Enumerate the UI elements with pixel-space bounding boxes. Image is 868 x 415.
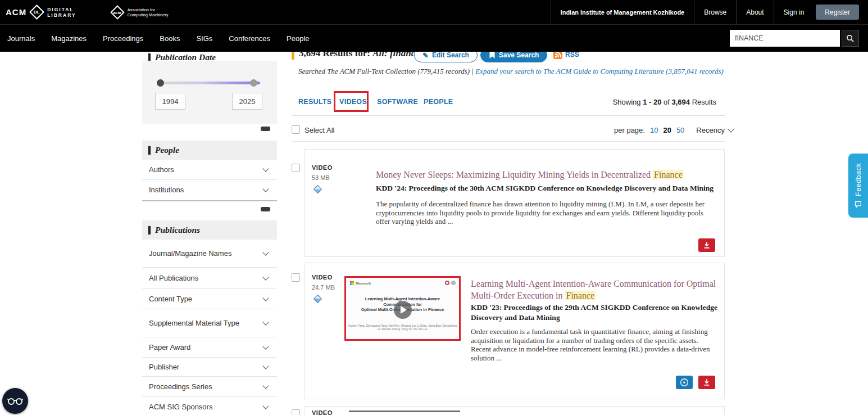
download-icon	[703, 241, 711, 249]
result-venue-link[interactable]: KDD '24: Proceedings of the 30th ACM SIG…	[376, 183, 719, 193]
chevron-down-icon	[728, 126, 734, 132]
supplemental-material-icon	[313, 185, 322, 194]
nav-people[interactable]: People	[287, 34, 309, 43]
select-all-label: Select All	[305, 126, 334, 134]
nav-conferences[interactable]: Conferences	[229, 34, 270, 43]
date-range-slider-track[interactable]	[159, 82, 260, 84]
search-area	[730, 30, 859, 47]
feedback-tab[interactable]: Feedback	[848, 154, 868, 218]
chevron-down-icon	[262, 186, 269, 192]
highlighted-term: Finance	[653, 170, 684, 179]
section-accent-bar	[148, 226, 151, 234]
select-all-checkbox[interactable]	[292, 125, 300, 134]
search-button[interactable]	[842, 30, 859, 47]
supplemental-material-icon	[313, 295, 322, 304]
expand-search-link[interactable]: Expand your search to The ACM Guide to C…	[475, 67, 724, 75]
microsoft-logo-icon	[350, 281, 354, 285]
filter-proceedings-series[interactable]: Proceedings Series	[142, 377, 277, 397]
result-card-2: VIDEO 24.7 MB Microsoft Learning Multi-A…	[304, 263, 725, 399]
header-right: Indian Institute of Management Kozhikode…	[551, 0, 868, 24]
nav-proceedings[interactable]: Proceedings	[103, 34, 143, 43]
play-circle-icon	[680, 378, 689, 387]
main-nav-bar: Journals Magazines Proceedings Books SIG…	[0, 24, 868, 52]
sort-dropdown[interactable]: Recency	[696, 126, 733, 134]
per-page-10[interactable]: 10	[650, 126, 658, 134]
chevron-down-icon	[262, 382, 269, 389]
filter-all-publications[interactable]: All Publications	[142, 268, 277, 289]
result-2-checkbox[interactable]	[292, 273, 300, 282]
result-venue-link[interactable]: KDD '23: Proceedings of the 29th ACM SIG…	[471, 303, 718, 323]
video-thumbnail[interactable]: Microsoft Learning Multi-Agent Intention…	[344, 276, 461, 341]
result-title-link[interactable]: Money Never Sleeps: Maximizing Liquidity…	[376, 169, 735, 181]
result-abstract: Order execution is a fundamental task in…	[471, 327, 712, 362]
slide-authors: Yuchen Fang, Zhenggang Tang, Kan Ren, We…	[347, 324, 458, 331]
filter-publisher[interactable]: Publisher	[142, 358, 277, 377]
association-text: Association forComputing Machinery	[128, 7, 169, 17]
year-min-field[interactable]: 1994	[155, 93, 185, 110]
tab-results[interactable]: RESULTS	[298, 98, 332, 106]
showing-results-text: Showing 1 - 20 of 3,694 Results	[613, 98, 716, 106]
acm-association-logo[interactable]: acm Association forComputing Machinery	[112, 7, 169, 17]
acm-dl-logo[interactable]: ACM DL DIGITALLIBRARY	[0, 7, 76, 18]
video-slide: Microsoft Learning Multi-Agent Intention…	[346, 278, 459, 339]
chevron-down-icon	[262, 363, 269, 369]
searched-collection-line: Searched The ACM Full-Text Collection (7…	[298, 67, 724, 76]
filter-supplemental-material-type[interactable]: Supplemental Material Type	[142, 309, 277, 337]
tab-software[interactable]: SOFTWARE	[377, 98, 418, 106]
sign-in-link[interactable]: Sign in	[774, 0, 814, 24]
filter-authors[interactable]: Authors	[142, 160, 277, 180]
nav-magazines[interactable]: Magazines	[51, 34, 87, 43]
result-1-checkbox[interactable]	[292, 164, 300, 172]
publications-section-title: Publications	[155, 225, 200, 235]
collapse-publication-date-button[interactable]	[261, 127, 270, 131]
top-header-bar: ACM DL DIGITALLIBRARY acm Association fo…	[0, 0, 868, 24]
about-link[interactable]: About	[736, 0, 773, 24]
date-slider-handle-max[interactable]	[250, 79, 257, 87]
nav-sigs[interactable]: SIGs	[196, 34, 212, 43]
tab-people[interactable]: PEOPLE	[424, 98, 453, 106]
filter-institutions[interactable]: Institutions	[142, 180, 277, 201]
publication-date-panel: 1994 2025	[142, 61, 277, 124]
result-3-checkbox[interactable]	[292, 409, 300, 415]
chevron-down-icon	[262, 249, 269, 255]
browse-link[interactable]: Browse	[694, 0, 736, 24]
filter-acm-sig-sponsors[interactable]: ACM SIG Sponsors	[142, 397, 277, 415]
download-button[interactable]	[698, 376, 715, 389]
register-button[interactable]: Register	[816, 4, 859, 20]
nav-books[interactable]: Books	[160, 34, 180, 43]
accessibility-widget-button[interactable]	[2, 388, 28, 414]
year-max-field[interactable]: 2025	[232, 93, 262, 110]
institution-name: Indian Institute of Management Kozhikode	[551, 0, 694, 24]
chevron-down-icon	[262, 165, 269, 172]
divider	[292, 115, 725, 116]
per-page-20[interactable]: 20	[663, 126, 671, 134]
publications-section-header: Publications	[142, 220, 277, 240]
file-size: 53 MB	[312, 174, 330, 181]
search-input[interactable]	[730, 30, 840, 47]
play-video-button[interactable]	[676, 376, 693, 389]
date-slider-handle-min[interactable]	[157, 79, 164, 87]
filter-paper-award[interactable]: Paper Award	[142, 337, 277, 358]
download-button[interactable]	[698, 238, 715, 252]
collapse-people-button[interactable]	[261, 207, 270, 211]
pencil-icon: ✎	[422, 51, 429, 60]
tab-videos[interactable]: VIDEOS	[339, 98, 367, 106]
per-page-controls: per page: 10 20 50 Recency	[614, 126, 733, 134]
people-filter-section: People Authors Institutions	[142, 141, 277, 201]
chevron-down-icon	[262, 343, 269, 349]
content-type-badge: VIDEO	[312, 409, 333, 415]
acm-diamond-icon: acm	[110, 5, 124, 19]
publications-filter-section: Publications Journal/Magazine Names All …	[142, 220, 277, 415]
bookmark-icon	[489, 51, 496, 59]
people-section-header: People	[142, 141, 277, 160]
filter-content-type[interactable]: Content Type	[142, 289, 277, 309]
filter-journal-magazine-names[interactable]: Journal/Magazine Names	[142, 240, 277, 268]
feedback-bubble-icon	[855, 201, 862, 208]
result-title-link[interactable]: Learning Multi-Agent Intention-Aware Com…	[471, 278, 721, 301]
content-type-badge: VIDEO	[312, 164, 333, 171]
per-page-50[interactable]: 50	[676, 126, 684, 134]
play-overlay-icon[interactable]	[394, 301, 412, 319]
chevron-down-icon	[262, 319, 269, 325]
nav-journals[interactable]: Journals	[7, 34, 35, 43]
highlighted-term: Finance	[565, 291, 596, 300]
